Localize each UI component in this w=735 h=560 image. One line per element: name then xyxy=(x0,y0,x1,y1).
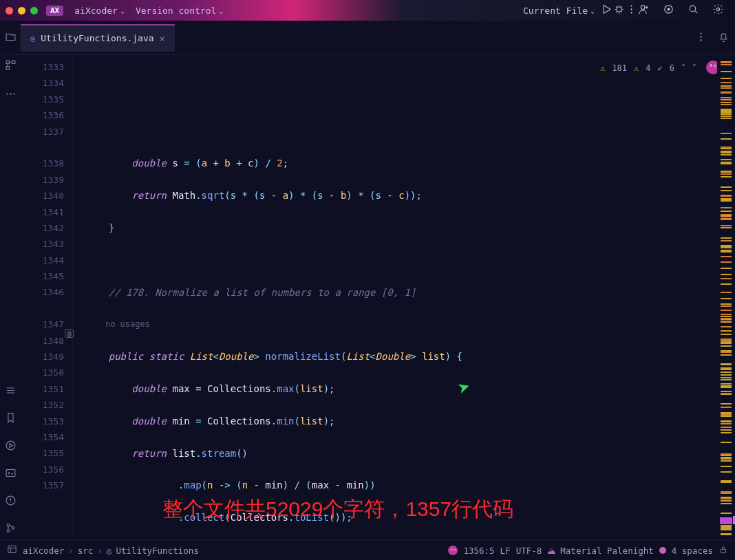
stripe-mark[interactable] xyxy=(721,498,732,499)
stripe-mark[interactable] xyxy=(721,78,732,79)
run-config-selector[interactable]: Current File ⌄ xyxy=(518,3,600,19)
indent-indicator[interactable]: 4 spaces xyxy=(672,546,713,556)
prev-highlight-icon[interactable]: ˄ xyxy=(681,61,685,76)
stripe-mark[interactable] xyxy=(721,303,732,305)
stripe-mark[interactable] xyxy=(721,97,732,98)
stripe-mark[interactable] xyxy=(721,116,732,117)
stripe-mark[interactable] xyxy=(721,176,732,177)
stripe-mark[interactable] xyxy=(721,283,732,285)
stripe-mark[interactable] xyxy=(721,371,732,373)
stripe-mark[interactable] xyxy=(721,377,732,378)
minimize-window-icon[interactable] xyxy=(18,7,25,14)
stripe-mark[interactable] xyxy=(721,493,732,494)
editor-tab[interactable]: ◎ UtilityFunctions.java × xyxy=(21,24,175,52)
stripe-mark[interactable] xyxy=(721,163,732,164)
more-horiz-icon[interactable] xyxy=(3,87,17,100)
terminal-icon[interactable] xyxy=(3,466,17,480)
stripe-mark[interactable] xyxy=(721,482,732,483)
ai-assistant-icon[interactable]: ᴬˣ xyxy=(706,61,717,74)
stripe-mark[interactable] xyxy=(721,118,732,119)
git-icon[interactable] xyxy=(3,521,17,535)
stripe-mark[interactable] xyxy=(721,298,732,299)
stripe-mark[interactable] xyxy=(721,92,732,94)
stripe-mark[interactable] xyxy=(721,211,732,212)
theme-indicator[interactable]: ⛰ Material Palenight xyxy=(547,546,653,556)
stripe-mark[interactable] xyxy=(721,391,732,392)
stripe-mark[interactable] xyxy=(721,292,732,293)
close-tab-icon[interactable]: × xyxy=(160,33,165,44)
stripe-mark[interactable] xyxy=(721,466,732,467)
notifications-icon[interactable] xyxy=(718,31,729,45)
stripe-mark[interactable] xyxy=(721,379,732,380)
stripe-mark[interactable] xyxy=(721,321,732,322)
stripe-mark[interactable] xyxy=(721,268,732,269)
close-window-icon[interactable] xyxy=(6,7,13,14)
stripe-mark[interactable] xyxy=(721,113,732,114)
stripe-mark[interactable] xyxy=(721,429,732,431)
stripe-mark[interactable] xyxy=(721,326,732,327)
stripe-mark[interactable] xyxy=(721,334,732,335)
stripe-mark[interactable] xyxy=(721,432,732,433)
stripe-mark[interactable] xyxy=(721,458,732,460)
inspections-widget[interactable]: ⚠181 ⚠4 ✔6 ˄ ˅ xyxy=(597,59,699,78)
hamburger-icon[interactable] xyxy=(3,383,17,397)
stripe-mark[interactable] xyxy=(721,256,732,257)
stripe-mark[interactable] xyxy=(721,500,732,502)
settings-icon[interactable] xyxy=(712,3,724,17)
stripe-mark[interactable] xyxy=(721,278,732,279)
stripe-mark[interactable] xyxy=(721,310,732,311)
stripe-mark[interactable] xyxy=(721,471,732,473)
stripe-mark[interactable] xyxy=(721,403,732,405)
stripe-mark[interactable] xyxy=(721,104,732,105)
stripe-mark[interactable] xyxy=(721,207,732,208)
stripe-mark[interactable] xyxy=(721,198,732,200)
stripe-mark[interactable] xyxy=(721,200,732,201)
structure-icon[interactable] xyxy=(3,58,17,72)
stripe-mark[interactable] xyxy=(721,227,732,228)
stripe-mark[interactable] xyxy=(721,64,732,65)
add-user-icon[interactable] xyxy=(637,3,650,17)
stripe-mark[interactable] xyxy=(721,62,732,63)
stripe-mark[interactable] xyxy=(721,503,732,504)
caret-position[interactable]: 1356:5 xyxy=(463,546,494,556)
stripe-mark[interactable] xyxy=(721,407,732,408)
stripe-mark[interactable] xyxy=(721,383,732,385)
stripe-mark[interactable] xyxy=(721,460,732,462)
stripe-mark[interactable] xyxy=(721,186,732,188)
more-vert-icon[interactable] xyxy=(695,31,707,45)
search-icon[interactable] xyxy=(687,3,699,17)
bookmark-icon[interactable] xyxy=(3,411,17,424)
stripe-mark[interactable] xyxy=(721,341,732,342)
tool-window-icon[interactable] xyxy=(7,544,17,557)
project-selector[interactable]: aiXcoder ⌄ xyxy=(69,3,130,19)
stripe-mark[interactable] xyxy=(721,246,732,247)
stripe-mark[interactable] xyxy=(721,343,732,344)
stripe-mark[interactable] xyxy=(721,420,732,422)
stripe-mark[interactable] xyxy=(721,148,732,149)
record-icon[interactable] xyxy=(662,3,674,17)
stripe-mark[interactable] xyxy=(721,240,732,241)
file-encoding[interactable]: UTF-8 xyxy=(516,546,542,556)
stripe-mark[interactable] xyxy=(721,533,732,535)
debug-icon[interactable] xyxy=(612,3,625,17)
readonly-lock-icon[interactable] xyxy=(718,545,728,557)
stripe-mark[interactable] xyxy=(721,216,732,217)
stripe-mark[interactable] xyxy=(721,318,732,319)
stripe-mark[interactable] xyxy=(721,274,732,275)
stripe-mark[interactable] xyxy=(721,352,732,353)
stripe-mark[interactable] xyxy=(721,110,732,111)
stripe-mark[interactable] xyxy=(721,385,732,387)
next-highlight-icon[interactable]: ˅ xyxy=(692,61,696,76)
stripe-mark[interactable] xyxy=(721,480,732,482)
ai-status-icon[interactable]: ᴬˣ xyxy=(448,546,458,555)
stripe-mark[interactable] xyxy=(721,225,732,226)
problems-icon[interactable] xyxy=(3,493,17,507)
stripe-mark[interactable] xyxy=(721,133,732,134)
stripe-mark[interactable] xyxy=(721,412,732,413)
more-icon[interactable] xyxy=(625,3,637,17)
vcs-selector[interactable]: Version control ⌄ xyxy=(130,3,228,19)
stripe-mark[interactable] xyxy=(721,423,732,424)
play-circle-icon[interactable] xyxy=(3,438,17,452)
stripe-mark[interactable] xyxy=(721,82,732,83)
stripe-mark[interactable] xyxy=(721,528,732,529)
